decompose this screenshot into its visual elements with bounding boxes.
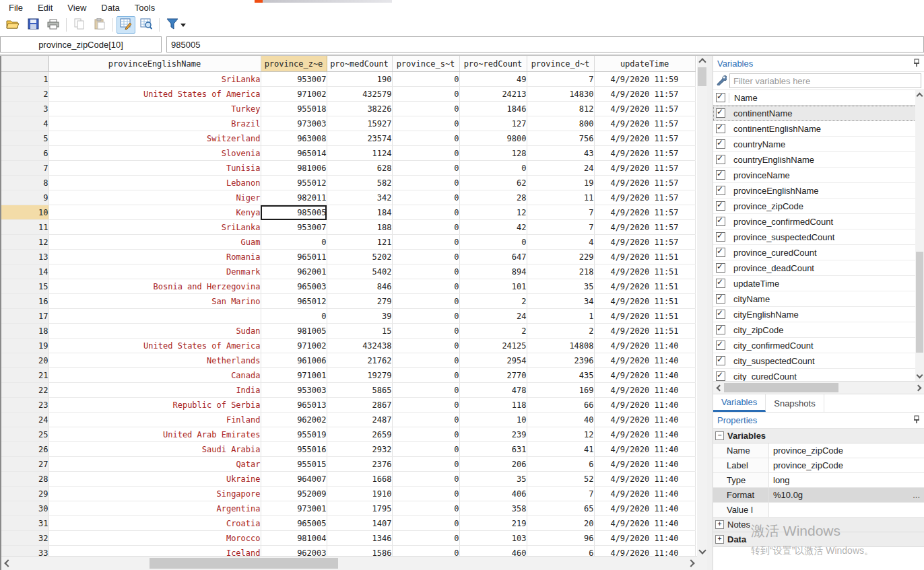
cell[interactable]: Turkey: [48, 102, 261, 116]
cell[interactable]: 103: [459, 531, 527, 546]
cell[interactable]: 432438: [327, 339, 392, 353]
variable-item-province_confirmedCount[interactable]: province_confirmedCount: [713, 214, 924, 229]
cell[interactable]: India: [48, 383, 261, 398]
cell[interactable]: 4/9/2020 11:51: [594, 324, 695, 339]
cell[interactable]: 0: [459, 235, 527, 250]
row-number[interactable]: 2: [1, 87, 48, 102]
cell[interactable]: 0: [392, 205, 459, 220]
row-number[interactable]: 17: [1, 309, 48, 324]
row-number[interactable]: 5: [1, 131, 48, 146]
cell[interactable]: Slovenia: [48, 146, 261, 161]
cell[interactable]: 35: [459, 472, 527, 487]
cell[interactable]: 965003: [261, 279, 327, 294]
cell[interactable]: 582: [327, 176, 392, 190]
cell[interactable]: 11: [527, 190, 594, 205]
cell[interactable]: 279: [327, 294, 392, 309]
menu-data[interactable]: Data: [94, 1, 127, 14]
variable-item-cityName[interactable]: cityName: [713, 291, 924, 307]
property-row-name[interactable]: Nameprovince_zipCode: [713, 443, 924, 458]
cell[interactable]: 118: [459, 398, 527, 413]
cell[interactable]: 0: [392, 116, 459, 131]
cell[interactable]: 4/9/2020 11:57: [594, 176, 695, 190]
cell[interactable]: 5202: [327, 250, 392, 264]
row-number[interactable]: 10: [1, 205, 48, 220]
cell[interactable]: 34: [527, 294, 594, 309]
panel-splitter[interactable]: [707, 56, 713, 570]
checkbox-checked[interactable]: [716, 232, 725, 242]
cell[interactable]: 0: [392, 190, 459, 205]
cell[interactable]: 1346: [327, 531, 392, 546]
vertical-scroll-thumb[interactable]: [698, 67, 706, 86]
cell[interactable]: 2: [459, 324, 527, 339]
cell[interactable]: Ukraine: [48, 472, 261, 487]
pin-icon[interactable]: [913, 415, 920, 426]
cell[interactable]: Croatia: [48, 516, 261, 531]
checkbox-checked[interactable]: [716, 201, 725, 211]
cell[interactable]: Brazil: [48, 116, 261, 131]
cell[interactable]: 9800: [459, 131, 527, 146]
cell[interactable]: 5865: [327, 383, 392, 398]
property-value[interactable]: province_zipCode: [769, 446, 924, 456]
cell[interactable]: 4/9/2020 11:40: [594, 516, 695, 531]
browse-mode-button[interactable]: [137, 16, 156, 34]
cell[interactable]: 4: [527, 235, 594, 250]
cell[interactable]: 2659: [327, 427, 392, 442]
cell[interactable]: 4/9/2020 11:40: [594, 383, 695, 398]
row-number[interactable]: 25: [1, 427, 48, 442]
cell[interactable]: 62: [459, 176, 527, 190]
cell[interactable]: United States of America: [48, 87, 261, 102]
row-number[interactable]: 24: [1, 413, 48, 427]
cell[interactable]: 24: [527, 161, 594, 176]
cell[interactable]: 628: [327, 161, 392, 176]
cell[interactable]: 955015: [261, 457, 327, 472]
ellipsis-button[interactable]: ...: [913, 490, 924, 500]
property-value[interactable]: province_zipCode: [769, 460, 924, 470]
cell[interactable]: 0: [392, 442, 459, 457]
cell[interactable]: 4/9/2020 11:40: [594, 472, 695, 487]
cell[interactable]: 964007: [261, 472, 327, 487]
horizontal-scroll-thumb[interactable]: [724, 383, 838, 392]
cell[interactable]: 962001: [261, 264, 327, 279]
row-number[interactable]: 4: [1, 116, 48, 131]
scroll-down-arrow[interactable]: [915, 371, 924, 381]
row-number[interactable]: 14: [1, 264, 48, 279]
cell[interactable]: 49: [459, 72, 527, 87]
cell[interactable]: 5402: [327, 264, 392, 279]
variable-item-province_zipCode[interactable]: province_zipCode: [713, 199, 924, 214]
cell[interactable]: Bosnia and Herzegovina: [48, 279, 261, 294]
cell[interactable]: 4/9/2020 11:57: [594, 116, 695, 131]
select-all-checkbox[interactable]: [716, 93, 725, 102]
cell[interactable]: Finland: [48, 413, 261, 427]
collapse-icon[interactable]: −: [715, 431, 724, 440]
checkbox-checked[interactable]: [716, 108, 725, 118]
cell[interactable]: Denmark: [48, 264, 261, 279]
cell[interactable]: 24213: [459, 87, 527, 102]
cell[interactable]: 121: [327, 235, 392, 250]
cell[interactable]: Romania: [48, 250, 261, 264]
cell[interactable]: San Marino: [48, 294, 261, 309]
cell[interactable]: 23574: [327, 131, 392, 146]
variable-item-countryEnglishName[interactable]: countryEnglishName: [713, 152, 924, 168]
scroll-down-arrow[interactable]: [697, 546, 707, 557]
cell[interactable]: 2954: [459, 353, 527, 368]
paste-button[interactable]: [90, 16, 109, 34]
cell[interactable]: 4/9/2020 11:40: [594, 427, 695, 442]
row-number[interactable]: 1: [1, 72, 48, 87]
row-number[interactable]: 15: [1, 279, 48, 294]
vertical-scroll-thumb[interactable]: [916, 252, 923, 353]
cell[interactable]: 1668: [327, 472, 392, 487]
cell[interactable]: 4/9/2020 11:40: [594, 501, 695, 516]
cell[interactable]: 0: [392, 102, 459, 116]
property-value[interactable]: %10.0g: [769, 490, 913, 500]
variable-item-city_confirmedCount[interactable]: city_confirmedCount: [713, 338, 924, 353]
cell[interactable]: 0: [392, 531, 459, 546]
cell[interactable]: 4/9/2020 11:57: [594, 87, 695, 102]
cell[interactable]: 965005: [261, 516, 327, 531]
cell[interactable]: 7: [527, 220, 594, 235]
property-section-notes[interactable]: +Notes: [713, 518, 924, 532]
cell[interactable]: 14808: [527, 339, 594, 353]
cell[interactable]: 973001: [261, 501, 327, 516]
cell[interactable]: 1: [527, 309, 594, 324]
cell[interactable]: 0: [392, 220, 459, 235]
cell[interactable]: 190: [327, 72, 392, 87]
